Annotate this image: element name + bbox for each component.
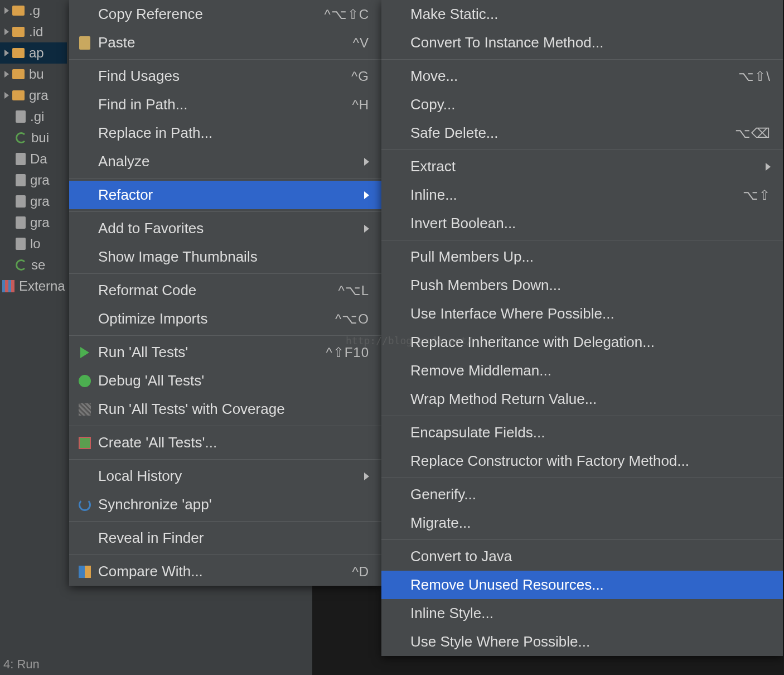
chevron-right-icon [766,163,771,171]
tree-item[interactable]: gra [0,212,67,233]
menu-use-style[interactable]: Use Style Where Possible... [381,628,783,656]
paste-icon [78,36,91,50]
menu-move[interactable]: Move...⌥⇧\ [381,62,783,90]
tree-item-selected[interactable]: ap [0,42,67,64]
folder-icon [12,48,25,58]
gradle-icon [16,259,27,271]
menu-invert-boolean[interactable]: Invert Boolean... [381,209,783,238]
menu-separator [69,273,381,274]
menu-analyze[interactable]: Analyze [69,147,381,176]
menu-separator [381,539,783,540]
gradle-icon [16,132,27,143]
menu-show-image-thumbnails[interactable]: Show Image Thumbnails [69,243,381,271]
menu-compare-with[interactable]: Compare With...^D [69,557,381,586]
chevron-right-icon [364,191,369,199]
menu-paste[interactable]: Paste^V [69,28,381,57]
menu-push-members-down[interactable]: Push Members Down... [381,271,783,300]
menu-make-static[interactable]: Make Static... [381,0,783,28]
tree-item[interactable]: gra [0,191,67,212]
menu-separator [69,335,381,336]
menu-local-history[interactable]: Local History [69,462,381,490]
folder-icon [12,90,25,100]
folder-icon [12,69,25,79]
menu-add-to-favorites[interactable]: Add to Favorites [69,214,381,243]
menu-safe-delete[interactable]: Safe Delete...⌥⌫ [381,119,783,147]
menu-separator [381,150,783,150]
compare-icon [78,565,91,578]
folder-icon [12,27,25,37]
tree-item[interactable]: Da [0,148,67,170]
tree-item[interactable]: se [0,254,67,276]
context-menu: Copy Reference^⌥⇧C Paste^V Find Usages^G… [69,0,381,586]
menu-run-all-tests[interactable]: Run 'All Tests'^⇧F10 [69,338,381,367]
menu-separator [381,416,783,416]
menu-find-in-path[interactable]: Find in Path...^H [69,90,381,119]
tree-item[interactable]: .g [0,0,67,21]
chevron-right-icon [364,225,369,233]
file-icon [16,174,26,186]
coverage-icon [78,403,91,416]
file-icon [16,195,26,208]
tree-item[interactable]: .gi [0,106,67,127]
menu-replace-constructor[interactable]: Replace Constructor with Factory Method.… [381,447,783,475]
menu-encapsulate-fields[interactable]: Encapsulate Fields... [381,418,783,447]
menu-separator [69,459,381,460]
file-icon [16,238,26,250]
menu-find-usages[interactable]: Find Usages^G [69,62,381,90]
menu-pull-members-up[interactable]: Pull Members Up... [381,243,783,271]
menu-run-all-tests-coverage[interactable]: Run 'All Tests' with Coverage [69,395,381,423]
debug-icon [78,374,91,388]
bottom-run-label[interactable]: 4: Run [3,657,40,672]
tree-item[interactable]: gra [0,85,67,106]
menu-extract[interactable]: Extract [381,152,783,181]
menu-inline[interactable]: Inline...⌥⇧ [381,181,783,209]
chevron-right-icon [364,472,369,480]
project-tree: .g .id ap bu gra .gi bui Da gra gra gra … [0,0,67,675]
create-tests-icon [78,436,91,450]
watermark: http://blog.csdn.net/ [346,335,473,346]
menu-separator [381,478,783,478]
menu-reveal-in-finder[interactable]: Reveal in Finder [69,524,381,552]
sync-icon [78,498,91,512]
folder-icon [12,6,25,16]
menu-separator [381,240,783,240]
tree-item[interactable]: bui [0,127,67,148]
menu-separator [381,59,783,60]
menu-copy[interactable]: Copy... [381,90,783,119]
menu-migrate[interactable]: Migrate... [381,509,783,537]
tree-item-external[interactable]: Externa [0,276,67,297]
menu-convert-to-instance[interactable]: Convert To Instance Method... [381,28,783,57]
menu-convert-to-java[interactable]: Convert to Java [381,542,783,571]
tree-item[interactable]: gra [0,170,67,191]
file-icon [16,216,26,229]
menu-separator [69,426,381,426]
tree-item[interactable]: lo [0,233,67,254]
menu-remove-unused-resources[interactable]: Remove Unused Resources... [381,571,783,599]
file-icon [16,110,26,123]
menu-separator [69,178,381,179]
menu-remove-middleman[interactable]: Remove Middleman... [381,356,783,385]
run-icon [78,346,91,359]
menu-refactor[interactable]: Refactor [69,181,381,209]
tree-item[interactable]: .id [0,21,67,42]
menu-inline-style[interactable]: Inline Style... [381,599,783,628]
libraries-icon [2,280,14,292]
menu-replace-in-path[interactable]: Replace in Path... [69,119,381,147]
file-icon [16,153,26,165]
menu-separator [69,521,381,522]
menu-wrap-method-return[interactable]: Wrap Method Return Value... [381,385,783,413]
menu-copy-reference[interactable]: Copy Reference^⌥⇧C [69,0,381,28]
menu-synchronize[interactable]: Synchronize 'app' [69,490,381,519]
refactor-submenu: Make Static... Convert To Instance Metho… [381,0,783,656]
menu-separator [69,211,381,212]
menu-debug-all-tests[interactable]: Debug 'All Tests' [69,367,381,395]
menu-use-interface[interactable]: Use Interface Where Possible... [381,300,783,328]
chevron-right-icon [364,158,369,166]
menu-generify[interactable]: Generify... [381,480,783,509]
menu-reformat-code[interactable]: Reformat Code^⌥L [69,276,381,305]
menu-separator [69,555,381,555]
menu-separator [69,59,381,60]
tree-item[interactable]: bu [0,64,67,85]
menu-create-all-tests[interactable]: Create 'All Tests'... [69,428,381,457]
menu-optimize-imports[interactable]: Optimize Imports^⌥O [69,305,381,333]
